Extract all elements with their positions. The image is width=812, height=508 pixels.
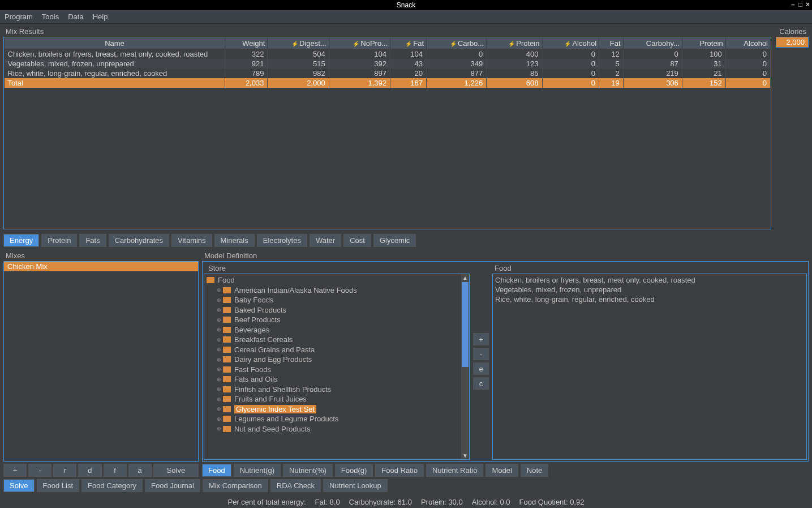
tree-item[interactable]: ⊕Dairy and Egg Products bbox=[205, 355, 468, 365]
tree-item[interactable]: ⊕Nut and Seed Products bbox=[205, 424, 468, 434]
menu-program[interactable]: Program bbox=[5, 12, 33, 21]
mixes-btn-solve[interactable]: Solve bbox=[153, 464, 199, 477]
tree-item[interactable]: ⊕Beverages bbox=[205, 325, 468, 335]
def-tab-foodratio[interactable]: Food Ratio bbox=[375, 464, 424, 477]
folder-icon bbox=[223, 376, 231, 382]
status-fat: Fat: 8.0 bbox=[315, 498, 340, 506]
transfer-btn-c[interactable]: c bbox=[473, 377, 489, 390]
tree-item[interactable]: ⊕Fruits and Fruit Juices bbox=[205, 394, 468, 404]
mix-col-header[interactable]: ⚡Carbo... bbox=[427, 38, 487, 49]
folder-icon bbox=[223, 396, 231, 402]
transfer-btn--[interactable]: - bbox=[473, 348, 489, 360]
scroll-down-icon[interactable]: ▼ bbox=[462, 452, 468, 459]
tab-carbohydrates[interactable]: Carbohydrates bbox=[109, 234, 169, 247]
food-list[interactable]: Chicken, broilers or fryers, breast, mea… bbox=[492, 274, 807, 460]
tree-item[interactable]: ⊕Baby Foods bbox=[205, 295, 468, 305]
menu-help[interactable]: Help bbox=[93, 12, 108, 21]
status-carb: Carbohydrate: 61.0 bbox=[349, 498, 412, 506]
menu-tools[interactable]: Tools bbox=[42, 12, 59, 21]
tab-cost[interactable]: Cost bbox=[343, 234, 371, 247]
scroll-thumb[interactable] bbox=[462, 282, 469, 367]
tree-item[interactable]: ⊕Breakfast Cereals bbox=[205, 335, 468, 345]
close-icon[interactable]: × bbox=[806, 1, 810, 8]
mixes-list[interactable]: Chicken Mix bbox=[3, 261, 199, 462]
table-row[interactable]: Total2,0332,0001,3921671,226608019306152… bbox=[5, 78, 771, 88]
def-tab-nutrient[interactable]: Nutrient(%) bbox=[283, 464, 333, 477]
tree-item[interactable]: ⊕Baked Products bbox=[205, 305, 468, 315]
tree-item[interactable]: ⊕Glycemic Index Test Set bbox=[205, 404, 468, 415]
main-tab-nutrient-lookup[interactable]: Nutrient Lookup bbox=[323, 479, 388, 492]
table-row[interactable]: Chicken, broilers or fryers, breast, mea… bbox=[5, 49, 771, 59]
food-item[interactable]: Chicken, broilers or fryers, breast, mea… bbox=[494, 275, 805, 285]
model-title: Model Definition bbox=[202, 250, 809, 261]
mix-col-header[interactable]: ⚡Protein bbox=[487, 38, 542, 49]
tree-item[interactable]: ⊕American Indian/Alaska Native Foods bbox=[205, 285, 468, 296]
mix-col-header[interactable]: Name bbox=[5, 38, 225, 49]
def-tab-note[interactable]: Note bbox=[521, 464, 548, 477]
mix-col-header[interactable]: Fat bbox=[599, 38, 624, 49]
food-item[interactable]: Rice, white, long-grain, regular, enrich… bbox=[494, 294, 805, 304]
mix-results-title: Mix Results bbox=[3, 26, 771, 37]
tab-energy[interactable]: Energy bbox=[3, 234, 39, 247]
mix-col-header[interactable]: Weight bbox=[225, 38, 268, 49]
mixes-btn-+[interactable]: + bbox=[3, 464, 27, 477]
main-tab-rda-check[interactable]: RDA Check bbox=[270, 479, 321, 492]
main-tab-solve[interactable]: Solve bbox=[3, 479, 35, 492]
mix-col-header[interactable]: ⚡Alcohol bbox=[542, 38, 599, 49]
tree-item[interactable]: ⊕Legumes and Legume Products bbox=[205, 414, 468, 424]
transfer-btn-e[interactable]: e bbox=[473, 362, 489, 375]
def-tab-nutrientg[interactable]: Nutrient(g) bbox=[234, 464, 281, 477]
folder-icon bbox=[207, 277, 214, 283]
store-tree[interactable]: Food⊕American Indian/Alaska Native Foods… bbox=[204, 274, 470, 460]
mix-col-header[interactable]: Protein bbox=[682, 38, 725, 49]
tab-water[interactable]: Water bbox=[310, 234, 341, 247]
mix-col-header[interactable]: ⚡Fat bbox=[390, 38, 427, 49]
food-item[interactable]: Vegetables, mixed, frozen, unprepared bbox=[494, 285, 805, 294]
tree-item[interactable]: ⊕Finfish and Shellfish Products bbox=[205, 385, 468, 395]
mix-col-header[interactable]: ⚡NoPro... bbox=[329, 38, 390, 49]
scroll-up-icon[interactable]: ▲ bbox=[462, 275, 468, 281]
main-tab-food-journal[interactable]: Food Journal bbox=[145, 479, 200, 492]
window-titlebar: Snack – □ × bbox=[0, 0, 812, 10]
def-tab-food[interactable]: Food bbox=[202, 464, 231, 477]
mixes-btn--[interactable]: - bbox=[28, 464, 51, 477]
mixes-btn-a[interactable]: a bbox=[128, 464, 152, 477]
main-tab-food-category[interactable]: Food Category bbox=[81, 479, 143, 492]
tab-electrolytes[interactable]: Electrolytes bbox=[257, 234, 307, 247]
food-title: Food bbox=[492, 263, 807, 274]
mixes-btn-f[interactable]: f bbox=[104, 464, 127, 477]
tab-protein[interactable]: Protein bbox=[41, 234, 77, 247]
folder-icon bbox=[223, 317, 231, 323]
mix-col-header[interactable]: Carbohy... bbox=[623, 38, 682, 49]
tab-vitamins[interactable]: Vitamins bbox=[171, 234, 212, 247]
tree-item[interactable]: ⊕Cereal Grains and Pasta bbox=[205, 345, 468, 355]
menu-data[interactable]: Data bbox=[68, 12, 83, 21]
calories-value[interactable]: 2,000 bbox=[776, 37, 809, 48]
def-tab-nutrientratio[interactable]: Nutrient Ratio bbox=[426, 464, 483, 477]
menubar: Program Tools Data Help bbox=[0, 10, 812, 24]
mixes-btn-r[interactable]: r bbox=[53, 464, 76, 477]
folder-icon bbox=[223, 327, 231, 333]
table-row[interactable]: Rice, white, long-grain, regular, enrich… bbox=[5, 69, 771, 78]
tree-scrollbar[interactable]: ▲ ▼ bbox=[461, 274, 469, 459]
mix-col-header[interactable]: Alcohol bbox=[725, 38, 770, 49]
def-tab-foodg[interactable]: Food(g) bbox=[335, 464, 373, 477]
def-tab-model[interactable]: Model bbox=[486, 464, 518, 477]
mixes-btn-d[interactable]: d bbox=[78, 464, 101, 477]
tab-fats[interactable]: Fats bbox=[79, 234, 106, 247]
table-row[interactable]: Vegetables, mixed, frozen, unprepared921… bbox=[5, 59, 771, 69]
tree-item[interactable]: ⊕Beef Products bbox=[205, 315, 468, 325]
tree-item[interactable]: ⊕Fast Foods bbox=[205, 365, 468, 375]
tab-minerals[interactable]: Minerals bbox=[214, 234, 255, 247]
mix-col-header[interactable]: ⚡Digest... bbox=[268, 38, 329, 49]
main-tab-mix-comparison[interactable]: Mix Comparison bbox=[203, 479, 268, 492]
tree-root[interactable]: Food bbox=[205, 275, 468, 285]
mixes-title: Mixes bbox=[3, 250, 199, 261]
main-tab-food-list[interactable]: Food List bbox=[37, 479, 79, 492]
transfer-btn-+[interactable]: + bbox=[473, 333, 489, 345]
tree-item[interactable]: ⊕Fats and Oils bbox=[205, 374, 468, 385]
minimize-icon[interactable]: – bbox=[791, 1, 795, 8]
mix-item[interactable]: Chicken Mix bbox=[4, 262, 198, 271]
maximize-icon[interactable]: □ bbox=[798, 1, 802, 8]
tab-glycemic[interactable]: Glycemic bbox=[373, 234, 416, 247]
